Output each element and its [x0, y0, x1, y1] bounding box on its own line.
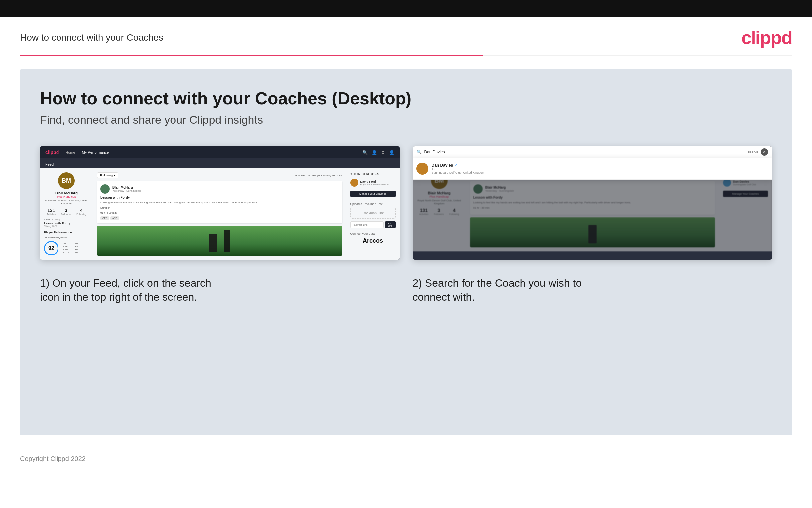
- search-result-item[interactable]: Dan Davies ✓ Pro Sunningdale Golf Club, …: [417, 161, 769, 176]
- trackman-input-1[interactable]: [350, 221, 384, 228]
- coach-name-2: Blair McHarg: [485, 186, 514, 189]
- stat-followers-num: 3: [61, 208, 71, 213]
- lesson-header: Blair McHarg Yesterday · Sunningdale: [100, 184, 339, 194]
- activity-date: 03 Aug 2022: [44, 225, 89, 227]
- nav-bar-1: clippd Home My Performance 🔍 👤 ⚙ 👤: [40, 146, 399, 158]
- perf-bar-arg: ARG 86: [63, 248, 78, 251]
- close-search-button[interactable]: ✕: [761, 149, 768, 156]
- stat-activities-label: Activities: [47, 213, 56, 215]
- connect-title-1: Connect your data: [350, 232, 395, 235]
- feed-panel-1: Following ▾ Control who can see your act…: [93, 168, 346, 260]
- trackman-box-1: Trackman Link: [350, 208, 395, 219]
- clippd-logo: clippd: [741, 27, 792, 48]
- stat-following: 4 Following: [77, 208, 86, 215]
- clear-button[interactable]: CLEAR: [748, 151, 758, 154]
- nav-logo-1: clippd: [45, 150, 59, 155]
- coach-item-avatar-1: [350, 179, 358, 186]
- arccos-logo-1: Arccos: [350, 237, 395, 244]
- settings-icon[interactable]: ⚙: [381, 150, 385, 155]
- performance-section: Player Performance Total Player Quality …: [44, 230, 89, 255]
- lesson-header-2: Blair McHarg Yesterday · Sunningdale: [473, 184, 712, 194]
- stat-followers-label-2: Followers: [434, 213, 444, 215]
- control-link[interactable]: Control who can see your activity and da…: [292, 174, 342, 177]
- result-club: Sunningdale Golf Club, United Kingdom: [432, 171, 485, 174]
- lesson-image-1: [97, 226, 342, 256]
- stat-following-label-2: Following: [449, 213, 459, 215]
- lesson-duration-1: Duration: [100, 206, 339, 209]
- lesson-duration-val: 01 hr : 30 min: [100, 211, 339, 214]
- verified-badge: ✓: [455, 164, 457, 167]
- search-overlay: 🔍 Dan Davies CLEAR ✕ Dan Davies ✓: [413, 146, 772, 180]
- upload-title-1: Upload a Trackman Test: [350, 202, 395, 206]
- perf-arg-val: 86: [73, 248, 78, 251]
- step-2-label: 2) Search for the Coach you wish to conn…: [413, 277, 582, 303]
- lesson-title-1: Lesson with Fordy: [100, 196, 339, 199]
- lesson-image-2: [470, 217, 715, 247]
- result-avatar: [417, 163, 428, 175]
- section-title: How to connect with your Coaches (Deskto…: [40, 89, 772, 108]
- following-btn[interactable]: Following ▾: [97, 172, 118, 178]
- tag-app[interactable]: APP: [110, 216, 119, 220]
- add-link-btn-1[interactable]: Add Link: [385, 221, 395, 228]
- coach-item-2: Dan Davies Sunningdale Golf Club: [723, 179, 768, 186]
- tag-off[interactable]: OFF: [100, 216, 109, 220]
- manage-coaches-btn-1[interactable]: Manage Your Coaches: [350, 190, 395, 197]
- lesson-tags: OFF APP: [100, 216, 339, 220]
- perf-title: Player Performance: [44, 230, 89, 234]
- coach-david-club: Royal North Devon Golf Club: [360, 183, 390, 186]
- upload-section-1: Upload a Trackman Test Trackman Link Add…: [350, 202, 395, 228]
- perf-bars: OTT 90 APP: [63, 242, 78, 254]
- app-body-2: BM Blair McHarg Plus Handicap Royal Nort…: [413, 168, 772, 251]
- feed-tab-bar-1: Feed: [40, 158, 399, 168]
- activity-name: Lesson with Fordy: [44, 221, 89, 225]
- perf-subtitle: Total Player Quality: [44, 236, 89, 239]
- stat-followers-2: 3 Followers: [434, 208, 444, 215]
- profile-panel-1: BM Blair McHarg Plus Handicap Royal Nort…: [40, 168, 93, 260]
- screenshot-1: clippd Home My Performance 🔍 👤 ⚙ 👤 Feed: [40, 146, 399, 260]
- coach-item-1: David Ford Royal North Devon Golf Club: [350, 179, 395, 186]
- page-title: How to connect with your Coaches: [20, 32, 163, 43]
- section-subtitle: Find, connect and share your Clippd insi…: [40, 114, 772, 126]
- result-name-text: Dan Davies: [432, 163, 453, 168]
- profile-handicap-2: Plus Handicap: [417, 195, 462, 198]
- nav-performance[interactable]: My Performance: [82, 151, 109, 154]
- coach-dan-club: Sunningdale Golf Club: [733, 183, 756, 186]
- nav-home[interactable]: Home: [65, 151, 75, 154]
- profile-avatar-1: BM: [58, 172, 75, 189]
- search-icon-overlay: 🔍: [417, 150, 422, 154]
- top-bar: [0, 0, 812, 17]
- search-query[interactable]: Dan Davies: [424, 150, 746, 154]
- stat-followers-label: Followers: [61, 213, 71, 215]
- main-content: How to connect with your Coaches (Deskto…: [20, 69, 792, 435]
- profile-panel-2: BM Blair McHarg Plus Handicap Royal Nort…: [413, 168, 466, 251]
- coaches-panel-2: Your Coaches Dan Davies Sunningdale Golf…: [719, 168, 772, 251]
- following-bar: Following ▾ Control who can see your act…: [97, 172, 342, 178]
- copyright: Copyright Clippd 2022: [20, 455, 86, 462]
- coach-dan-name: Dan Davies: [733, 180, 756, 183]
- coach-meta-2: Yesterday · Sunningdale: [485, 189, 514, 192]
- lesson-duration-2: 01 hr : 30 min: [473, 206, 712, 209]
- search-icon[interactable]: 🔍: [362, 150, 368, 155]
- coach-item-info-2: Dan Davies Sunningdale Golf Club: [733, 180, 756, 186]
- profile-icon[interactable]: 👤: [372, 150, 377, 155]
- coach-name-1: Blair McHarg: [112, 186, 141, 189]
- step-1-label: 1) On your Feed, click on the search ico…: [40, 277, 211, 303]
- result-info: Dan Davies ✓ Pro Sunningdale Golf Club, …: [432, 163, 485, 174]
- result-name: Dan Davies ✓: [432, 163, 485, 168]
- following-chevron: ▾: [114, 174, 115, 177]
- app-mockup-1: clippd Home My Performance 🔍 👤 ⚙ 👤 Feed: [40, 146, 399, 260]
- feed-tab-1[interactable]: Feed: [45, 161, 53, 168]
- step-2-desc: 2) Search for the Coach you wish to conn…: [413, 277, 772, 304]
- app-body-1: BM Blair McHarg Plus Handicap Royal Nort…: [40, 168, 399, 260]
- perf-putt-val: 96: [73, 251, 78, 254]
- profile-club-2: Royal North Devon Golf Club, United King…: [417, 199, 462, 205]
- stat-activities: 131 Activities: [47, 208, 56, 215]
- avatar-icon[interactable]: 👤: [389, 150, 394, 155]
- lesson-card-2: Blair McHarg Yesterday · Sunningdale Les…: [470, 181, 715, 215]
- profile-name-1: Blair McHarg: [44, 191, 89, 195]
- trackman-input-row: Add Link: [350, 221, 395, 228]
- coach-avatar-1: [100, 184, 110, 194]
- connect-section-1: Connect your data Arccos: [350, 232, 395, 244]
- steps-row: 1) On your Feed, click on the search ico…: [40, 277, 772, 304]
- search-result-dropdown: Dan Davies ✓ Pro Sunningdale Golf Club, …: [413, 158, 772, 180]
